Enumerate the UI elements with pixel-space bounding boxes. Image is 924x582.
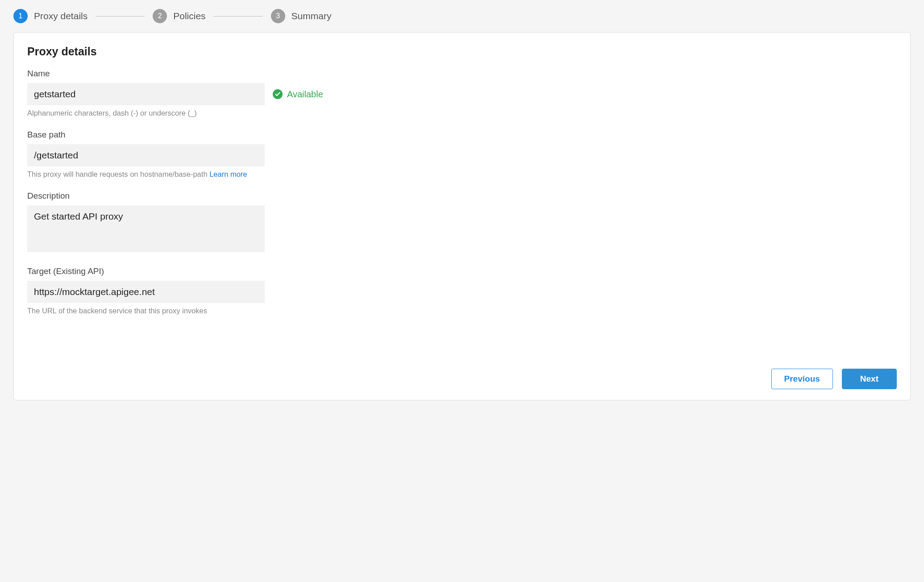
proxy-details-panel: Proxy details Name Available Alphanumeri… [13, 32, 911, 400]
description-field-group: Description [27, 191, 897, 254]
step-connector [214, 16, 263, 17]
basepath-hint-text: This proxy will handle requests on hostn… [27, 170, 209, 178]
step-policies[interactable]: 2 Policies [153, 9, 205, 23]
description-input[interactable] [27, 205, 265, 252]
name-field-group: Name Available Alphanumeric characters, … [27, 69, 897, 117]
basepath-label: Base path [27, 130, 897, 140]
description-label: Description [27, 191, 897, 201]
next-button[interactable]: Next [842, 369, 897, 389]
target-input[interactable] [27, 281, 265, 303]
previous-button[interactable]: Previous [771, 369, 833, 389]
availability-text: Available [287, 89, 323, 100]
target-label: Target (Existing API) [27, 266, 897, 276]
step-label-3: Summary [291, 11, 332, 21]
step-connector [96, 16, 145, 17]
check-circle-icon [273, 89, 283, 99]
target-hint: The URL of the backend service that this… [27, 307, 897, 315]
step-label-1: Proxy details [34, 11, 87, 21]
panel-title: Proxy details [27, 45, 897, 58]
basepath-field-group: Base path This proxy will handle request… [27, 130, 897, 179]
learn-more-link[interactable]: Learn more [209, 170, 247, 178]
button-row: Previous Next [27, 369, 897, 389]
step-number-2: 2 [153, 9, 167, 23]
step-number-3: 3 [271, 9, 285, 23]
wizard-stepper: 1 Proxy details 2 Policies 3 Summary [0, 0, 924, 32]
availability-indicator: Available [273, 89, 323, 100]
basepath-input[interactable] [27, 144, 265, 166]
step-number-1: 1 [13, 9, 28, 23]
step-label-2: Policies [173, 11, 205, 21]
basepath-hint: This proxy will handle requests on hostn… [27, 170, 897, 179]
name-hint: Alphanumeric characters, dash (-) or und… [27, 109, 897, 117]
target-field-group: Target (Existing API) The URL of the bac… [27, 266, 897, 315]
name-label: Name [27, 69, 897, 79]
step-summary[interactable]: 3 Summary [271, 9, 332, 23]
name-input[interactable] [27, 83, 265, 105]
step-proxy-details[interactable]: 1 Proxy details [13, 9, 87, 23]
